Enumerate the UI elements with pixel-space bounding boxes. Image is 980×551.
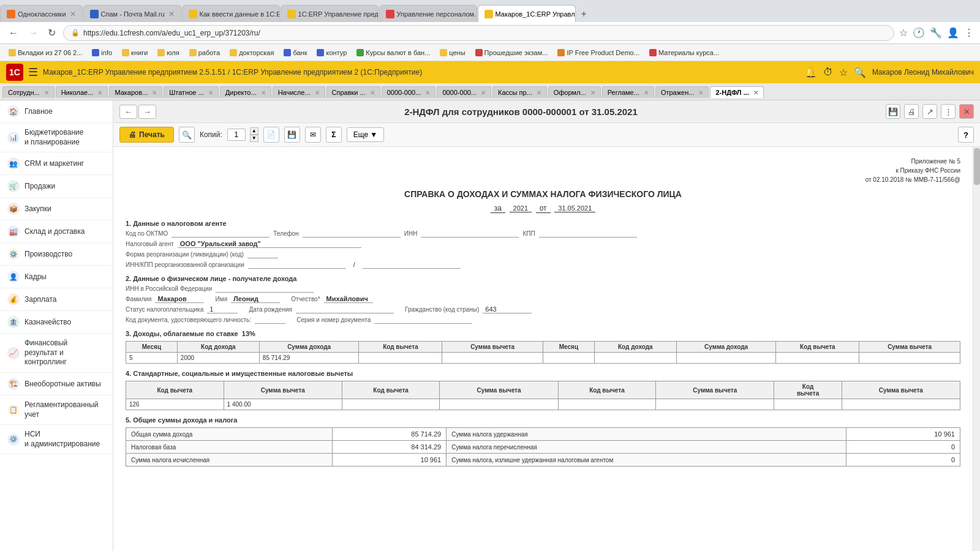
browser-tab-odnoklassniki[interactable]: Одноклассники ✕ <box>0 5 83 22</box>
doc-tab-staffing[interactable]: Штатное ... ✕ <box>164 86 218 98</box>
sidebar-item-home[interactable]: 🏠 Главное <box>0 100 113 123</box>
zoom-button[interactable]: 🔍 <box>179 127 195 143</box>
bookmark-folder[interactable]: Вкладки из 27 06 2... <box>5 48 86 58</box>
bookmark-yulia[interactable]: юля <box>154 48 183 58</box>
sidebar-item-salary[interactable]: 💰 Зарплата <box>0 288 113 311</box>
close-doc-tab-12[interactable]: ✕ <box>644 89 649 96</box>
back-button[interactable]: ← <box>6 26 21 40</box>
history-app-icon[interactable]: ⏱ <box>823 67 833 78</box>
sidebar-item-sales[interactable]: 🛒 Продажи <box>0 175 113 198</box>
doc-tab-form[interactable]: Оформл... ✕ <box>548 86 601 98</box>
bookmark-books[interactable]: книги <box>118 48 151 58</box>
close-doc-tab-2[interactable]: ✕ <box>97 89 102 96</box>
browser-tab-makarov[interactable]: Макаров_1С:ERP Управле... ✕ <box>478 5 576 22</box>
sigma-icon[interactable]: Σ <box>326 127 342 143</box>
doc-tab-employees[interactable]: Сотрудн... ✕ <box>2 86 55 98</box>
open-new-icon[interactable]: ↗ <box>922 104 937 119</box>
vertical-scrollbar[interactable] <box>973 147 980 551</box>
bookmark-doctoral[interactable]: докторская <box>226 48 277 58</box>
copies-decrement[interactable]: ▼ <box>250 135 258 142</box>
close-doc-icon[interactable]: ✕ <box>959 104 974 119</box>
sidebar-item-production[interactable]: ⚙️ Производство <box>0 243 113 266</box>
bookmark-currency[interactable]: Курсы валют в бан... <box>353 48 434 58</box>
close-doc-tab-9[interactable]: ✕ <box>481 89 486 96</box>
close-doc-tab-3[interactable]: ✕ <box>152 89 157 96</box>
doc-tab-cashbox[interactable]: Кассы пр... ✕ <box>492 86 547 98</box>
doc-forward-button[interactable]: → <box>138 105 156 119</box>
history-icon[interactable]: 🕐 <box>913 27 925 39</box>
close-doc-tab-10[interactable]: ✕ <box>537 89 541 96</box>
bookmark-bank[interactable]: банк <box>280 48 311 58</box>
hamburger-menu[interactable]: ☰ <box>28 66 38 79</box>
doc-tab-director[interactable]: Директо... ✕ <box>220 86 271 98</box>
close-doc-tab-1[interactable]: ✕ <box>44 89 49 96</box>
doc-tab-reflection[interactable]: Отражен... ✕ <box>655 86 709 98</box>
close-doc-tab-5[interactable]: ✕ <box>261 89 266 96</box>
copy-icon[interactable]: 📄 <box>263 127 279 143</box>
doc-tab-2ndfl[interactable]: 2-НДФЛ ... ✕ <box>710 86 763 98</box>
search-icon[interactable]: 🔍 <box>854 67 866 78</box>
taxpayer-status: 1 <box>207 305 238 313</box>
sidebar-item-purchases[interactable]: 📦 Закупки <box>0 198 113 220</box>
close-tab-2[interactable]: ✕ <box>168 10 175 18</box>
bookmark-info[interactable]: info <box>88 48 116 58</box>
doc-tab-certificates[interactable]: Справки ... ✕ <box>326 86 380 98</box>
more-doc-icon[interactable]: ⋮ <box>941 104 956 119</box>
url-input[interactable]: 🔒 https://edu.1cfresh.com/a/edu_uc1_erp_… <box>63 25 894 41</box>
forward-button[interactable]: → <box>26 26 40 40</box>
save-action-icon[interactable]: 💾 <box>284 127 300 143</box>
doc-tab-makarov-doc[interactable]: Макаров... ✕ <box>109 86 162 98</box>
bookmark-prices[interactable]: цены <box>436 48 469 58</box>
copies-input[interactable] <box>227 129 246 141</box>
doc-tab-nikolaev[interactable]: Николае... ✕ <box>56 86 108 98</box>
sidebar-item-budget[interactable]: 📊 Бюджетированиеи планирование <box>0 123 113 152</box>
new-tab-button[interactable]: + <box>576 6 592 22</box>
sidebar-item-nsi[interactable]: ⚙️ НСИи администрирование <box>0 425 113 454</box>
reload-button[interactable]: ↻ <box>45 26 58 40</box>
close-doc-tab-6[interactable]: ✕ <box>315 89 320 96</box>
close-doc-tab-8[interactable]: ✕ <box>425 89 430 96</box>
sidebar-item-warehouse[interactable]: 🏭 Склад и доставка <box>0 220 113 243</box>
close-doc-tab-7[interactable]: ✕ <box>370 89 375 96</box>
close-doc-tab-11[interactable]: ✕ <box>590 89 595 96</box>
close-tab-1[interactable]: ✕ <box>70 10 76 18</box>
close-doc-tab-4[interactable]: ✕ <box>208 89 213 96</box>
notification-icon[interactable]: 🔔 <box>805 67 817 78</box>
doc-tab-0000-2[interactable]: 0000-000... ✕ <box>437 86 491 98</box>
browser-tab-1c-how[interactable]: Как ввести данные в 1С:ЕР... ✕ <box>182 5 280 22</box>
print-doc-icon[interactable]: 🖨 <box>904 104 919 119</box>
profile-icon[interactable]: 👤 <box>947 27 959 39</box>
sidebar-item-crm[interactable]: 👥 CRM и маркетинг <box>0 152 113 175</box>
bookmark-kontur[interactable]: контур <box>313 48 350 58</box>
print-button[interactable]: 🖨 Печать <box>119 127 174 143</box>
doc-tab-0000-1[interactable]: 0000-000... ✕ <box>382 86 436 98</box>
sidebar-item-hr[interactable]: 👤 Кадры <box>0 266 113 288</box>
doc-tab-schedule[interactable]: Регламе... ✕ <box>602 86 654 98</box>
doc-back-button[interactable]: ← <box>119 105 137 119</box>
help-button[interactable]: ? <box>958 127 974 143</box>
more-icon[interactable]: ⋮ <box>964 27 974 39</box>
browser-tab-1c-erp[interactable]: 1С:ERP Управление предпр... ✕ <box>281 5 379 22</box>
sidebar-item-treasury[interactable]: 🏦 Казначейство <box>0 311 113 334</box>
scrollbar-thumb[interactable] <box>974 148 980 185</box>
sidebar-item-fixed-assets[interactable]: 🏗️ Внеоборотные активы <box>0 373 113 395</box>
close-doc-tab-14[interactable]: ✕ <box>753 89 758 96</box>
save-icon[interactable]: 💾 <box>886 104 900 119</box>
close-doc-tab-13[interactable]: ✕ <box>698 89 703 96</box>
star-icon[interactable]: ☆ <box>899 27 908 39</box>
favorites-icon[interactable]: ☆ <box>839 67 848 78</box>
sidebar-item-finance[interactable]: 📈 Финансовыйрезультат и контроллинг <box>0 334 113 373</box>
extensions-icon[interactable]: 🔧 <box>930 27 942 39</box>
browser-tab-hr[interactable]: Управление персоналом... ✕ <box>379 5 477 22</box>
bookmark-ip[interactable]: IP Free Product Demo... <box>554 48 643 58</box>
th-ded-code-3: Код вычета <box>558 381 656 399</box>
email-icon[interactable]: ✉ <box>305 127 321 143</box>
browser-tab-mail[interactable]: Спам - Почта Mail.ru ✕ <box>83 5 181 22</box>
doc-tab-accruals[interactable]: Начисле... ✕ <box>273 86 325 98</box>
bookmark-materials[interactable]: Материалы курса... <box>646 48 723 58</box>
copies-increment[interactable]: ▲ <box>250 127 258 135</box>
bookmark-exams[interactable]: Прошедшие экзам... <box>472 48 552 58</box>
bookmark-work[interactable]: работа <box>186 48 224 58</box>
more-button[interactable]: Еще ▼ <box>347 127 384 142</box>
sidebar-item-regulated[interactable]: 📋 Регламентированныйучет <box>0 395 113 425</box>
